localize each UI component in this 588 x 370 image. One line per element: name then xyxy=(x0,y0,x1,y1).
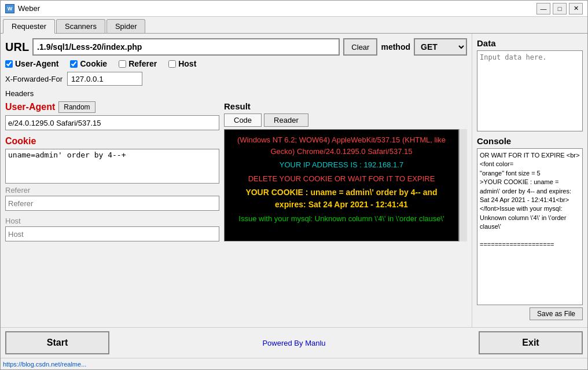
console-area: OR WAIT FOR IT TO EXPIRE <br><font color… xyxy=(477,148,583,305)
console-section: Console OR WAIT FOR IT TO EXPIRE <br><fo… xyxy=(477,136,583,323)
clear-button[interactable]: Clear xyxy=(343,38,377,56)
tab-requester[interactable]: Requester xyxy=(3,19,55,34)
result-line-4: YOUR COOKIE : uname = admin\' order by 4… xyxy=(229,186,454,211)
status-bar: https://blog.csdn.net/realme... xyxy=(1,358,587,369)
data-label: Data xyxy=(477,38,583,48)
referer-header-label: Referer xyxy=(5,186,219,195)
cookie-input[interactable]: uname=admin' order by 4--+ xyxy=(5,149,219,184)
xforward-label: X-Forwarded-For xyxy=(5,75,63,83)
host-section: Host xyxy=(5,217,219,241)
random-button[interactable]: Random xyxy=(58,101,95,113)
result-panel: Result Code Reader (Windows NT 6.2; WOW6… xyxy=(224,101,467,241)
headers-label: Headers xyxy=(5,89,467,98)
cookie-header-label: Cookie xyxy=(5,136,219,146)
user-agent-input[interactable] xyxy=(5,115,219,130)
footer: Start Powered By Manlu Exit xyxy=(1,327,587,358)
xforward-row: X-Forwarded-For xyxy=(5,72,467,86)
right-panel: Data Console OR WAIT FOR IT TO EXPIRE <b… xyxy=(472,34,587,327)
user-agent-header-label: User-Agent xyxy=(5,102,55,112)
url-row: URL Clear method GET POST PUT DELETE xyxy=(5,38,467,56)
result-tabs: Code Reader xyxy=(224,113,467,127)
main-content: URL Clear method GET POST PUT DELETE Use… xyxy=(1,34,587,327)
host-input[interactable] xyxy=(5,226,219,241)
result-label: Result xyxy=(224,101,467,111)
referer-checkbox[interactable]: Referer xyxy=(119,59,157,68)
tabs-bar: Requester Scanners Spider xyxy=(1,17,587,34)
result-line-1: (Windows NT 6.2; WOW64) AppleWebKit/537.… xyxy=(229,134,454,157)
code-tab[interactable]: Code xyxy=(224,113,262,127)
tab-spider[interactable]: Spider xyxy=(106,19,146,33)
referer-input[interactable] xyxy=(5,196,219,211)
status-url: https://blog.csdn.net/realme... xyxy=(3,361,86,368)
method-label: method xyxy=(381,42,410,52)
cookie-checkbox[interactable]: Cookie xyxy=(70,59,107,68)
left-panel: URL Clear method GET POST PUT DELETE Use… xyxy=(1,34,472,327)
method-select[interactable]: GET POST PUT DELETE xyxy=(414,38,467,56)
title-bar-controls: — □ ✕ xyxy=(536,3,583,14)
start-button[interactable]: Start xyxy=(5,331,109,354)
window-title: Weber xyxy=(18,4,40,13)
save-file-button[interactable]: Save as File xyxy=(530,307,583,320)
title-bar: W Weber — □ ✕ xyxy=(1,1,587,17)
title-bar-left: W Weber xyxy=(5,4,40,13)
data-section: Data xyxy=(477,38,583,131)
result-line-5: Issue with your mysql: Unknown column \'… xyxy=(229,213,454,225)
result-display: (Windows NT 6.2; WOW64) AppleWebKit/537.… xyxy=(224,129,459,241)
user-agent-checkbox[interactable]: User-Agent xyxy=(5,59,58,68)
minimize-button[interactable]: — xyxy=(536,3,550,14)
save-file-row: Save as File xyxy=(477,307,583,323)
data-textarea[interactable] xyxy=(477,50,583,131)
close-button[interactable]: ✕ xyxy=(569,3,583,14)
main-window: W Weber — □ ✕ Requester Scanners Spider … xyxy=(0,0,588,370)
tab-scanners[interactable]: Scanners xyxy=(56,19,105,33)
host-header-label: Host xyxy=(5,217,219,225)
user-agent-row: User-Agent Random xyxy=(5,101,219,113)
app-icon: W xyxy=(5,4,14,13)
reader-tab[interactable]: Reader xyxy=(264,113,308,127)
left-headers: User-Agent Random Cookie uname=admin' or… xyxy=(5,101,219,241)
console-label: Console xyxy=(477,136,583,146)
result-line-3: DELETE YOUR COOKIE OR WAIT FOR IT TO EXP… xyxy=(229,173,454,185)
xforward-input[interactable] xyxy=(67,72,142,86)
exit-button[interactable]: Exit xyxy=(479,331,583,354)
result-scrollbar[interactable] xyxy=(459,129,467,241)
powered-by: Powered By Manlu xyxy=(109,339,479,347)
headers-section: User-Agent Random Cookie uname=admin' or… xyxy=(5,101,467,241)
result-line-2: YOUR IP ADDRESS IS : 192.168.1.7 xyxy=(229,159,454,171)
url-label: URL xyxy=(5,41,29,54)
referer-section: Referer xyxy=(5,186,219,211)
host-checkbox[interactable]: Host xyxy=(168,59,196,68)
url-input[interactable] xyxy=(32,38,340,56)
checkboxes-row: User-Agent Cookie Referer Host xyxy=(5,59,467,68)
maximize-button[interactable]: □ xyxy=(553,3,567,14)
